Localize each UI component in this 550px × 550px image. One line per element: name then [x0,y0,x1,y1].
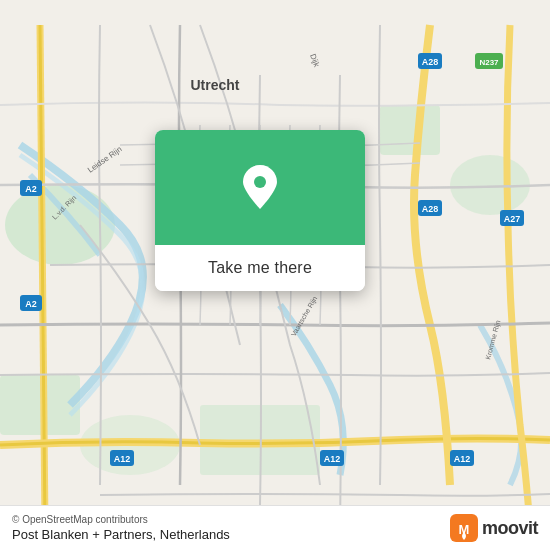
svg-text:N237: N237 [479,58,499,67]
location-card: Take me there [155,130,365,291]
svg-text:A12: A12 [454,454,471,464]
svg-text:A28: A28 [422,57,439,67]
svg-text:A12: A12 [114,454,131,464]
bottom-bar: © OpenStreetMap contributors Post Blanke… [0,505,550,550]
moovit-logo: M moovit [450,514,538,542]
location-name: Post Blanken + Partners, Netherlands [12,527,230,542]
take-me-there-button[interactable]: Take me there [155,245,365,291]
svg-point-33 [254,176,266,188]
location-pin-icon [240,163,280,213]
svg-text:A12: A12 [324,454,341,464]
svg-rect-3 [380,105,440,155]
svg-text:A2: A2 [25,184,37,194]
bottom-left: © OpenStreetMap contributors Post Blanke… [12,514,230,542]
svg-text:A28: A28 [422,204,439,214]
svg-text:Utrecht: Utrecht [190,77,239,93]
svg-rect-2 [0,375,80,435]
card-map-section [155,130,365,245]
map-container: A2 A2 A12 A12 A12 A28 A28 N237 A27 Utrec… [0,0,550,550]
osm-attribution: © OpenStreetMap contributors [12,514,230,525]
moovit-logo-icon: M [450,514,478,542]
moovit-brand-text: moovit [482,518,538,539]
svg-text:A2: A2 [25,299,37,309]
svg-text:A27: A27 [504,214,521,224]
